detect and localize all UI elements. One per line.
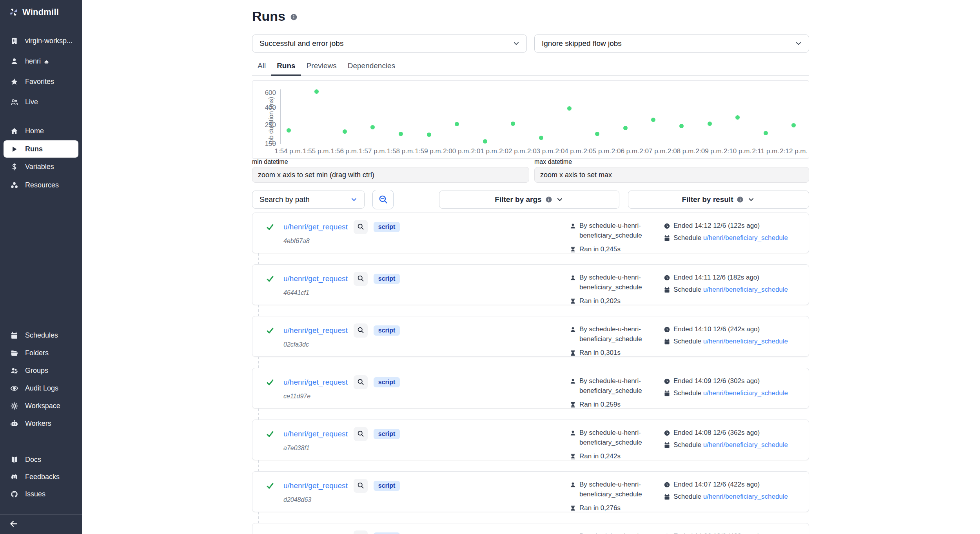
chart-point xyxy=(370,125,375,129)
duration-chart[interactable]: job duration (ms) 6004002501501:54 p.m.1… xyxy=(252,80,809,159)
filter-by-result-label: Filter by result xyxy=(682,195,733,204)
run-card[interactable]: u/henri/get_request script 46441cf1 By s… xyxy=(252,264,809,305)
search-button[interactable] xyxy=(372,190,394,209)
run-card-middle: By schedule-u-henri-beneficiary_schedule… xyxy=(570,375,664,408)
run-lookup-button[interactable] xyxy=(354,375,368,389)
skipped-jobs-select[interactable]: Ignore skipped flow jobs xyxy=(534,35,809,53)
sidebar-item-workspace[interactable]: Workspace xyxy=(0,397,82,415)
crown-icon xyxy=(44,58,49,64)
run-path-link[interactable]: u/henri/get_request xyxy=(283,430,348,438)
run-path-link[interactable]: u/henri/get_request xyxy=(283,481,348,490)
chart-point xyxy=(679,124,684,128)
sidebar-item-live[interactable]: Live xyxy=(0,92,82,112)
schedule-link[interactable]: u/henri/beneficiary_schedule xyxy=(703,234,788,242)
run-kind-badge: script xyxy=(374,222,400,232)
sidebar: Windmill virgin-worksp...henriFavoritesL… xyxy=(0,0,82,534)
run-card-left: u/henri/get_request script a7e038f1 xyxy=(266,427,570,460)
run-lookup-button[interactable] xyxy=(354,323,368,338)
run-card[interactable]: u/henri/get_request script By schedule-u… xyxy=(252,523,809,534)
search-icon xyxy=(357,223,364,231)
run-card-middle: By schedule-u-henri-beneficiary_schedule… xyxy=(570,323,664,356)
chevron-down-icon xyxy=(350,196,358,203)
run-triggered-by: By schedule-u-henri-beneficiary_schedule xyxy=(579,480,664,499)
y-tick-label: 400 xyxy=(256,104,276,112)
run-card[interactable]: u/henri/get_request script a7e038f1 By s… xyxy=(252,420,809,460)
run-card[interactable]: u/henri/get_request script 02cfa3dc By s… xyxy=(252,316,809,357)
sidebar-item-virgin-worksp[interactable]: virgin-worksp... xyxy=(0,31,82,51)
sidebar-item-groups[interactable]: Groups xyxy=(0,362,82,380)
tab-all[interactable]: All xyxy=(252,58,271,76)
chart-point xyxy=(764,131,768,135)
calendar-icon xyxy=(664,441,670,448)
sidebar-item-feedbacks[interactable]: Feedbacks xyxy=(0,468,82,485)
schedule-link[interactable]: u/henri/beneficiary_schedule xyxy=(703,389,788,397)
runs-tabs: AllRunsPreviewsDependencies xyxy=(252,58,809,76)
max-datetime-input[interactable] xyxy=(534,167,809,183)
run-card-middle: By schedule-u-henri-beneficiary_schedule… xyxy=(570,427,664,460)
collapse-sidebar-button[interactable] xyxy=(9,519,19,529)
run-card-right: Ended 14:11 12/6 (182s ago) Schedule u/h… xyxy=(664,272,801,305)
sidebar-item-issues[interactable]: Issues xyxy=(0,485,82,503)
run-card[interactable]: u/henri/get_request script d2048d63 By s… xyxy=(252,471,809,512)
filter-by-args-button[interactable]: Filter by args xyxy=(439,191,619,209)
run-lookup-button[interactable] xyxy=(354,479,368,493)
job-kind-select[interactable]: Successful and error jobs xyxy=(252,35,527,53)
tab-runs[interactable]: Runs xyxy=(271,58,301,76)
sidebar-item-variables[interactable]: Variables xyxy=(0,158,82,176)
schedule-link[interactable]: u/henri/beneficiary_schedule xyxy=(703,338,788,345)
tab-dependencies[interactable]: Dependencies xyxy=(342,58,401,76)
schedule-link[interactable]: u/henri/beneficiary_schedule xyxy=(703,286,788,293)
job-filter-row: Successful and error jobs Ignore skipped… xyxy=(252,35,809,53)
run-card-right: Ended 14:12 12/6 (122s ago) Schedule u/h… xyxy=(664,220,801,253)
chart-point xyxy=(651,118,655,122)
run-card-middle: By schedule-u-henri-beneficiary_schedule… xyxy=(570,220,664,253)
sidebar-item-resources[interactable]: Resources xyxy=(0,176,82,194)
run-duration: Ran in 0,301s xyxy=(579,348,621,358)
sidebar-item-folders[interactable]: Folders xyxy=(0,344,82,362)
search-by-path-select[interactable]: Search by path xyxy=(252,191,365,209)
chart-point xyxy=(595,132,599,136)
user-icon xyxy=(570,222,576,229)
run-duration: Ran in 0,276s xyxy=(579,503,621,513)
run-path-link[interactable]: u/henri/get_request xyxy=(283,326,348,335)
sidebar-item-home[interactable]: Home xyxy=(0,122,82,140)
run-path-link[interactable]: u/henri/get_request xyxy=(283,223,348,231)
run-card[interactable]: u/henri/get_request script ce11d97e By s… xyxy=(252,368,809,409)
schedule-link[interactable]: u/henri/beneficiary_schedule xyxy=(703,493,788,500)
min-datetime-input[interactable] xyxy=(252,167,529,183)
run-path-link[interactable]: u/henri/get_request xyxy=(283,274,348,283)
app-logo[interactable]: Windmill xyxy=(0,0,82,24)
tab-previews[interactable]: Previews xyxy=(301,58,342,76)
search-icon xyxy=(357,481,364,490)
sidebar-item-workers[interactable]: Workers xyxy=(0,415,82,432)
run-kind-badge: script xyxy=(374,325,400,336)
run-duration: Ran in 0,245s xyxy=(579,244,621,254)
sidebar-footer-nav: DocsFeedbacksIssues xyxy=(0,451,82,503)
folder-icon xyxy=(10,349,18,357)
clock-icon xyxy=(664,326,670,332)
y-tick-label: 250 xyxy=(256,121,276,129)
sidebar-item-runs[interactable]: Runs xyxy=(4,140,78,158)
run-card[interactable]: u/henri/get_request script 4ebf67a8 By s… xyxy=(252,213,809,253)
sidebar-item-docs[interactable]: Docs xyxy=(0,451,82,468)
filter-by-result-button[interactable]: Filter by result xyxy=(628,191,809,209)
sidebar-item-schedules[interactable]: Schedules xyxy=(0,327,82,344)
home-icon xyxy=(10,127,18,135)
run-lookup-button[interactable] xyxy=(354,427,368,441)
sidebar-collapse-bar xyxy=(0,514,82,532)
run-lookup-button[interactable] xyxy=(354,272,368,286)
chart-point xyxy=(287,128,291,133)
run-lookup-button[interactable] xyxy=(354,220,368,234)
run-path-link[interactable]: u/henri/get_request xyxy=(283,378,348,387)
user-icon xyxy=(570,481,576,488)
run-lookup-button[interactable] xyxy=(354,530,368,534)
sidebar-item-favorites[interactable]: Favorites xyxy=(0,71,82,92)
sidebar-item-henri[interactable]: henri xyxy=(0,51,82,71)
sidebar-item-audit-logs[interactable]: Audit Logs xyxy=(0,380,82,397)
schedule-link[interactable]: u/henri/beneficiary_schedule xyxy=(703,441,788,449)
chart-x-axis-line xyxy=(280,144,801,144)
search-icon xyxy=(357,274,364,283)
run-duration: Ran in 0,242s xyxy=(579,451,621,461)
run-ended-at: Ended 14:11 12/6 (182s ago) xyxy=(673,272,759,282)
info-icon[interactable] xyxy=(290,13,298,21)
